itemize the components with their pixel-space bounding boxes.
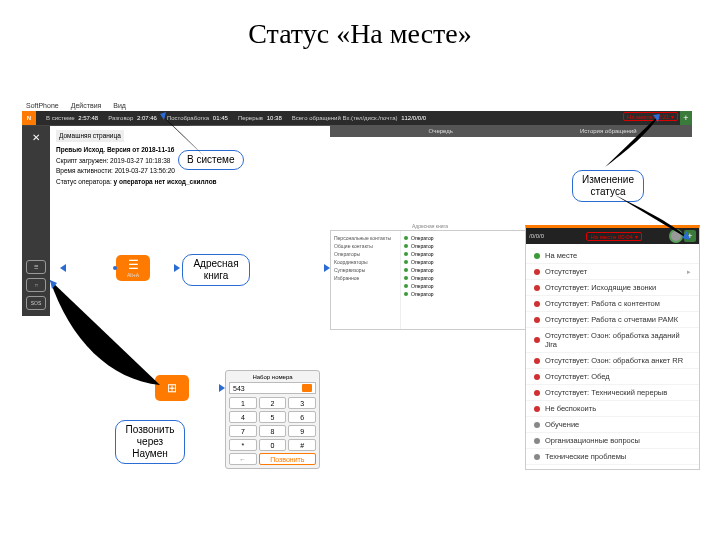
status-list: На местеОтсутствует▸Отсутствует: Исходящ… — [526, 244, 699, 469]
addr-contact[interactable]: Оператор — [404, 274, 526, 282]
status-option[interactable]: Отсутствует: Работа с отчетами РАМК — [526, 312, 699, 328]
dial-key-1[interactable]: 1 — [229, 397, 257, 409]
status-dropdown: /0/0/0 На месте 00:04 ▾ + На местеОтсутс… — [525, 225, 700, 470]
dialpad-popup: Набор номера 543 123456789*0#←Позвонить — [225, 370, 320, 469]
dial-call-button[interactable]: Позвонить — [259, 453, 316, 465]
status-label: Технические проблемы — [545, 452, 626, 461]
addr-contact[interactable]: Оператор — [404, 290, 526, 298]
sidebar: ✕ ☰ ⌗ SOS — [22, 126, 50, 316]
tb-post-time: 01:45 — [213, 115, 228, 121]
callout-change-status: Изменениестатуса — [572, 170, 644, 202]
addr-category[interactable]: Супервизоры — [334, 266, 397, 274]
status-chip[interactable]: На месте 02:21 ▾ — [623, 112, 678, 121]
status-dot-icon — [534, 454, 540, 460]
addr-category[interactable]: Избранное — [334, 274, 397, 282]
callout-call-via-naumen: Позвонить через Наумен — [115, 420, 185, 464]
address-book-list: ОператорОператорОператорОператорОператор… — [401, 231, 529, 329]
dial-key-0[interactable]: 0 — [259, 439, 287, 451]
home-line-4b: у оператора нет исход_скиллов — [114, 178, 217, 185]
dial-key-9[interactable]: 9 — [288, 425, 316, 437]
address-book-button[interactable]: ☰ Alt+A — [116, 255, 150, 281]
status-option[interactable]: Отсутствует▸ — [526, 264, 699, 280]
status-label: Отсутствует: Технический перерыв — [545, 388, 667, 397]
home-line-1: Превью Исход. Версия от 2018-11-16 — [56, 146, 174, 153]
status-option[interactable]: Отсутствует: Работа с контентом — [526, 296, 699, 312]
status-option[interactable]: Отсутствует: Озон: обработка анкет RR — [526, 353, 699, 369]
callout-in-system: В системе — [178, 150, 244, 170]
sp-plus-button[interactable]: + — [684, 230, 696, 242]
close-icon[interactable]: ✕ — [32, 132, 40, 143]
tab-queue[interactable]: Очередь — [357, 125, 525, 137]
dial-key-3[interactable]: 3 — [288, 397, 316, 409]
keypad-icon: ⊞ — [167, 382, 177, 394]
dial-key-5[interactable]: 5 — [259, 411, 287, 423]
status-option[interactable]: Отсутствует: Обед — [526, 369, 699, 385]
dialpad-input[interactable]: 543 — [229, 382, 316, 394]
svg-marker-2 — [60, 264, 66, 272]
sp-counts: /0/0/0 — [529, 233, 544, 239]
sos-icon[interactable]: SOS — [26, 296, 46, 310]
tb-post-label: Постобработка — [167, 115, 209, 121]
tb-in-system-label: В системе — [46, 115, 75, 121]
home-line-4a: Статус оператора: — [56, 178, 114, 185]
home-line-2: Скрипт загружен: 2019-03-27 10:18:38 — [56, 157, 170, 164]
status-dot-icon — [534, 422, 540, 428]
avatar[interactable] — [669, 229, 683, 243]
topbar: N В системе 2:57:48 Разговор 2:07:46 Пос… — [22, 111, 692, 125]
menu-view[interactable]: Вид — [113, 102, 126, 109]
book-icon[interactable]: ☰ — [26, 260, 46, 274]
plus-button[interactable]: + — [680, 111, 692, 125]
svg-marker-6 — [50, 280, 57, 289]
addr-category[interactable]: Персональные контакты — [334, 234, 397, 242]
home-line-3: Время активности: 2019-03-27 13:56:20 — [56, 167, 175, 174]
status-label: Обучение — [545, 420, 579, 429]
status-label: Отсутствует: Озон: обработка заданий Jir… — [545, 331, 691, 349]
status-option[interactable]: Не беспокоить — [526, 401, 699, 417]
addr-contact[interactable]: Оператор — [404, 250, 526, 258]
dial-key-*[interactable]: * — [229, 439, 257, 451]
addr-contact[interactable]: Оператор — [404, 258, 526, 266]
addr-category[interactable]: Координаторы — [334, 258, 397, 266]
address-book-title: Адресная книга — [412, 223, 448, 229]
status-option[interactable]: Технические проблемы — [526, 449, 699, 465]
dial-key-4[interactable]: 4 — [229, 411, 257, 423]
tb-in-system-time: 2:57:48 — [78, 115, 98, 121]
menu-actions[interactable]: Действия — [71, 102, 102, 109]
status-option[interactable]: На месте — [526, 248, 699, 264]
status-dot-icon — [534, 358, 540, 364]
softphone-app: SoftPhone Действия Вид N В системе 2:57:… — [22, 100, 692, 137]
app-menu: SoftPhone Действия Вид — [22, 100, 692, 111]
status-label: Не беспокоить — [545, 404, 596, 413]
status-label: Отсутствует — [545, 267, 587, 276]
dial-backspace[interactable]: ← — [229, 453, 257, 465]
status-dot-icon — [534, 269, 540, 275]
tb-break-time: 10:38 — [267, 115, 282, 121]
addr-contact[interactable]: Оператор — [404, 266, 526, 274]
dial-key-2[interactable]: 2 — [259, 397, 287, 409]
address-book-categories: Персональные контактыОбщие контактыОпера… — [331, 231, 401, 329]
dial-key-#[interactable]: # — [288, 439, 316, 451]
status-option[interactable]: Отсутствует: Технический перерыв — [526, 385, 699, 401]
addr-contact[interactable]: Оператор — [404, 242, 526, 250]
dial-key-8[interactable]: 8 — [259, 425, 287, 437]
dial-key-6[interactable]: 6 — [288, 411, 316, 423]
addr-contact[interactable]: Оператор — [404, 282, 526, 290]
addr-category[interactable]: Операторы — [334, 250, 397, 258]
status-option[interactable]: Обучение — [526, 417, 699, 433]
addr-category[interactable]: Общие контакты — [334, 242, 397, 250]
dial-go-icon[interactable] — [302, 384, 312, 392]
dial-key-7[interactable]: 7 — [229, 425, 257, 437]
status-option[interactable]: Организационные вопросы — [526, 433, 699, 449]
tab-history[interactable]: История обращений — [525, 125, 693, 137]
status-dot-icon — [534, 253, 540, 259]
sp-status-chip[interactable]: На месте 00:04 ▾ — [586, 232, 641, 241]
status-option[interactable]: Отсутствует: Озон: обработка заданий Jir… — [526, 328, 699, 353]
addr-contact[interactable]: Оператор — [404, 234, 526, 242]
tb-total-label: Всего обращений Вх.(тел/диск./почта) — [292, 115, 398, 121]
dialpad-button[interactable]: ⊞ — [155, 375, 189, 401]
menu-softphone[interactable]: SoftPhone — [26, 102, 59, 109]
dial-icon[interactable]: ⌗ — [26, 278, 46, 292]
book-icon: ☰ — [128, 259, 139, 271]
status-option[interactable]: Отсутствует: Исходящие звонки — [526, 280, 699, 296]
status-dot-icon — [534, 438, 540, 444]
